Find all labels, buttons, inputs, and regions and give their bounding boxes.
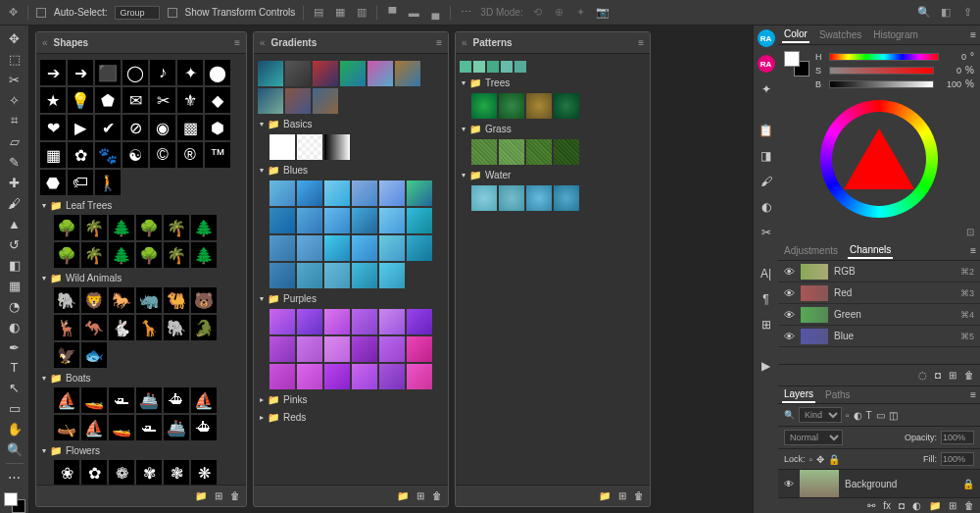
gradient-swatch[interactable] [379,208,405,233]
shape-swatch[interactable]: ⬤ [205,60,230,85]
trash-icon[interactable]: 🗑 [964,370,974,381]
shape-swatch[interactable]: 💡 [68,87,93,113]
gradient-swatch[interactable] [340,61,366,86]
gradient-swatch[interactable] [297,336,322,362]
sat-value[interactable]: 0 [938,66,961,76]
hue-slider[interactable] [829,53,939,61]
shape-tool[interactable]: ▭ [4,399,25,418]
lock-pixel-icon[interactable]: ▫ [809,454,813,465]
gradient-swatch[interactable] [270,134,295,160]
bri-value[interactable]: 100 [938,79,961,89]
shape-swatch[interactable]: ▩ [177,115,203,140]
tab-histogram[interactable]: Histogram [871,27,920,42]
shape-swatch[interactable]: ❤ [40,115,66,140]
channel-row[interactable]: 👁Red⌘3 [778,282,980,304]
eye-icon[interactable]: 👁 [784,309,795,321]
blend-mode-dropdown[interactable]: Normal [784,430,843,445]
eraser-tool[interactable]: ◧ [4,256,25,275]
shape-swatch[interactable]: ⬣ [40,170,66,195]
pattern-swatch[interactable] [526,185,552,211]
brush-settings-icon[interactable]: 🖌 [758,173,775,190]
zoom-tool[interactable]: 🔍 [4,440,25,459]
pattern-swatch[interactable] [471,93,497,119]
shape-swatch[interactable]: ★ [40,87,66,113]
marquee-tool[interactable]: ⬚ [4,50,25,69]
folder-header[interactable]: ▾📁Trees [460,76,646,90]
link-icon[interactable]: ⚯ [867,500,875,511]
shape-swatch[interactable]: 🐾 [95,142,121,168]
trash-icon[interactable]: 🗑 [432,490,442,501]
distribute-icon[interactable]: ⋯ [459,6,472,20]
move-tool[interactable]: ✥ [4,29,25,48]
shape-swatch[interactable]: ⬟ [95,87,121,113]
folder-header[interactable]: ▾📁Boats [40,371,242,385]
gradient-swatch[interactable] [258,61,283,86]
shape-swatch[interactable]: 🌳 [54,215,79,240]
lock-all-icon[interactable]: 🔒 [828,454,840,465]
paragraph-icon[interactable]: ¶ [758,290,775,308]
pattern-swatch[interactable] [514,61,526,73]
filter-type-icon[interactable]: T [866,410,872,421]
gradient-swatch[interactable] [324,180,350,206]
shape-swatch[interactable]: 🌳 [54,242,79,268]
wand-tool[interactable]: ✧ [4,91,25,110]
trash-icon[interactable]: 🗑 [230,490,240,501]
channel-row[interactable]: 👁Green⌘4 [778,304,980,326]
gradient-swatch[interactable] [379,180,405,206]
trash-icon[interactable]: 🗑 [964,500,974,511]
shape-swatch[interactable]: ◯ [122,60,148,85]
shape-swatch[interactable]: 🌲 [191,242,217,268]
gradient-swatch[interactable] [258,88,283,114]
folder-header[interactable]: ▾📁Basics [258,117,444,131]
tab-color[interactable]: Color [782,26,809,43]
crop-tool[interactable]: ⌗ [4,112,25,130]
fill-input[interactable] [941,452,974,466]
shapes-body[interactable]: ➔➜⬛◯♪✦⬤ ★💡⬟✉✂⚜◆ ❤▶✔⊘◉▩⬢ ▦✿🐾☯©®™ ⬣🏷🚶 ▾📁Le… [36,54,246,485]
gradient-swatch[interactable] [407,309,432,334]
group-icon[interactable]: 📁 [929,500,941,511]
gradient-swatch[interactable] [285,61,311,86]
shape-swatch[interactable]: 🌲 [109,215,134,240]
shape-swatch[interactable]: 🐊 [191,315,217,340]
opacity-input[interactable] [941,431,974,444]
shape-swatch[interactable]: 🐟 [81,342,107,368]
shape-swatch[interactable]: ◆ [205,87,230,113]
gradient-swatch[interactable] [270,263,295,288]
move-icon[interactable]: ✥ [6,6,20,20]
shape-swatch[interactable]: 🛥 [109,387,134,413]
shape-swatch[interactable]: 🌲 [109,242,134,268]
eye-icon[interactable]: 👁 [784,287,795,299]
gradient-swatch[interactable] [313,88,338,114]
workspace-icon[interactable]: ◧ [939,6,953,20]
edit-toolbar[interactable]: ⋯ [4,468,25,487]
shape-swatch[interactable]: 🏷 [68,170,93,195]
gradient-swatch[interactable] [407,180,432,206]
shape-swatch[interactable]: ❃ [164,460,189,485]
shape-swatch[interactable]: 🦌 [54,315,79,340]
new-folder-icon[interactable]: 📁 [397,490,409,501]
layer-row[interactable]: 👁 Background 🔒 [778,470,980,497]
shape-swatch[interactable]: ◉ [150,115,175,140]
load-selection-icon[interactable]: ◌ [918,370,927,381]
gradient-swatch[interactable] [352,309,377,334]
lock-position-icon[interactable]: ✥ [816,454,824,465]
pattern-swatch[interactable] [499,93,524,119]
shape-swatch[interactable]: ✦ [177,60,203,85]
history-tool[interactable]: ↺ [4,235,25,254]
share-icon[interactable]: ⇪ [960,6,974,20]
shape-swatch[interactable]: 🐇 [109,315,134,340]
shape-swatch[interactable]: 🐫 [164,287,189,313]
blur-tool[interactable]: ◔ [4,297,25,316]
gradient-swatch[interactable] [379,235,405,261]
gradient-swatch[interactable] [297,263,322,288]
folder-header[interactable]: ▸📁Reds [258,410,444,425]
shape-swatch[interactable]: 🌳 [136,242,162,268]
channel-row[interactable]: 👁RGB⌘2 [778,261,980,282]
shape-swatch[interactable]: 🌴 [164,242,189,268]
folder-header[interactable]: ▾📁Water [460,168,646,182]
gradient-swatch[interactable] [297,208,322,233]
gradient-swatch[interactable] [407,364,432,389]
gradient-swatch[interactable] [407,235,432,261]
panel-menu-icon[interactable]: ≡ [970,389,976,400]
shape-swatch[interactable]: ⛵ [54,387,79,413]
